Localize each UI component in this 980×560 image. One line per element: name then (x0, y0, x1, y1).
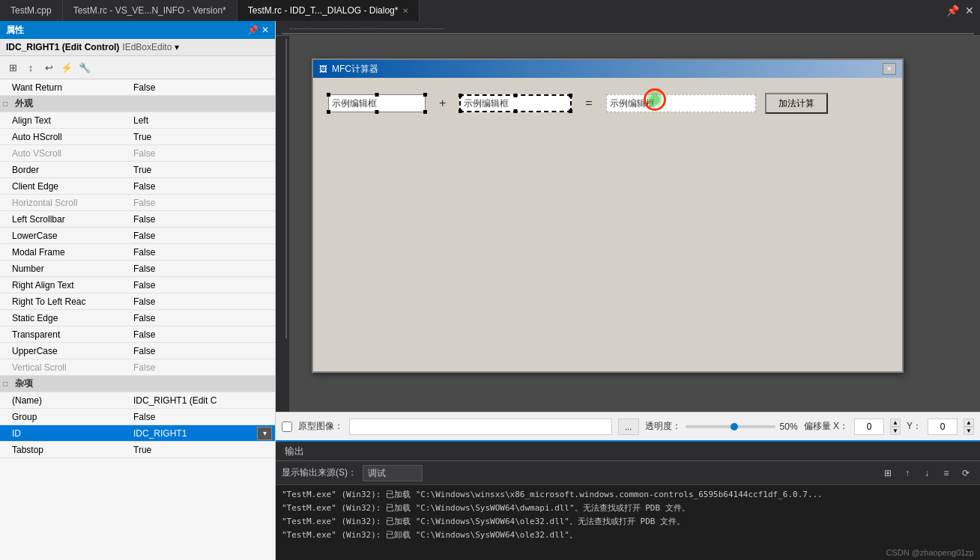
prop-value: False (127, 264, 275, 274)
edit-control-3[interactable]: 示例编辑框 (606, 94, 756, 112)
output-icon-btn-2[interactable]: ↑ (899, 465, 916, 481)
prop-row-transparent[interactable]: TransparentFalse (0, 326, 275, 343)
prop-row-static-edge[interactable]: Static EdgeFalse (0, 310, 275, 326)
close-panel-icon[interactable]: ✕ (965, 4, 974, 16)
edit-control-3-wrapper: 示例编辑框 (606, 94, 756, 112)
prop-value: False (127, 412, 275, 422)
offset-x-input[interactable] (854, 419, 884, 435)
output-icon-btn-5[interactable]: ⟳ (958, 465, 974, 481)
prop-row-want-return[interactable]: Want ReturnFalse (0, 79, 275, 96)
tab-testm-rc-dialog[interactable]: TestM.rc - IDD_T..._DIALOG - Dialog* ✕ (238, 0, 420, 21)
output-panel: 输出 显示输出来源(S)： 调试 ⊞ ↑ ↓ ≡ ⟳ "TestM.exe" (276, 440, 980, 560)
close-tab-icon[interactable]: ✕ (402, 7, 408, 15)
prop-dropdown-btn[interactable]: ▾ (257, 427, 272, 440)
toolbar-icon-refresh[interactable]: ↩ (40, 59, 57, 76)
ruler-svg: ········································… (282, 23, 974, 35)
prop-row-group[interactable]: GroupFalse (0, 409, 275, 425)
toolbar-icon-sort[interactable]: ↕ (22, 59, 39, 76)
prop-value: False (127, 148, 275, 159)
prop-name: Group (0, 412, 127, 422)
output-toolbar: 显示输出来源(S)： 调试 ⊞ ↑ ↓ ≡ ⟳ (276, 461, 980, 485)
group-name: 外观 (10, 97, 138, 110)
pin-icon[interactable]: 📌 (946, 4, 959, 16)
offset-y-down[interactable]: ▼ (964, 427, 974, 435)
prop-row-vertical-scroll[interactable]: Vertical ScrollFalse (0, 359, 275, 376)
prop-row-align-text[interactable]: Align TextLeft (0, 112, 275, 129)
output-icon-btn-4[interactable]: ≡ (938, 465, 955, 481)
offset-y-up[interactable]: ▲ (964, 419, 974, 427)
panel-pin-icon[interactable]: 📌 (247, 25, 258, 35)
transparency-slider-thumb[interactable] (731, 423, 738, 430)
output-icon-btn-1[interactable]: ⊞ (880, 465, 896, 481)
prop-row-modal-frame[interactable]: Modal FrameFalse (0, 244, 275, 261)
prop-value: False (127, 82, 275, 93)
output-icon-btns: ⊞ ↑ ↓ ≡ ⟳ (880, 465, 974, 481)
prop-value: False (127, 214, 275, 225)
edit-control-2[interactable]: 示例编辑框 (459, 94, 572, 112)
output-icon-btn-3[interactable]: ↓ (919, 465, 935, 481)
output-source-select[interactable]: 调试 (363, 465, 423, 481)
transparency-percentage: 50% (780, 421, 798, 432)
offset-x-up[interactable]: ▲ (890, 419, 901, 427)
prop-row-lowercase[interactable]: LowerCaseFalse (0, 228, 275, 244)
group-expand-icon[interactable]: □ (0, 100, 10, 108)
offset-x-down[interactable]: ▼ (890, 427, 901, 435)
prop-row-right-align-text[interactable]: Right Align TextFalse (0, 277, 275, 293)
offset-y-spin: ▲ ▼ (964, 419, 974, 435)
prop-name: Right To Left Reac (0, 296, 127, 307)
tab-testm-cpp[interactable]: TestM.cpp (0, 0, 63, 21)
prop-group-杂项[interactable]: □杂项 (0, 376, 275, 392)
prop-row-id[interactable]: IDIDC_RIGHT1 ▾ (0, 425, 275, 442)
output-line: "TestM.exe" (Win32): 已加载 "C:\Windows\Sys… (282, 515, 974, 529)
design-canvas[interactable]: 🖼 MFC计算器 ✕ 示例编辑框 (289, 36, 980, 412)
panel-close-icon[interactable]: ✕ (261, 25, 269, 35)
mfc-dialog-window: 🖼 MFC计算器 ✕ 示例编辑框 (312, 58, 904, 373)
prop-group-外观[interactable]: □外观 (0, 96, 275, 112)
dialog-body: 示例编辑框 + 示例编辑框 (313, 78, 902, 129)
prop-row-number[interactable]: NumberFalse (0, 261, 275, 277)
prop-row-auto-hscroll[interactable]: Auto HScrollTrue (0, 129, 275, 145)
prop-name: Auto VScroll (0, 148, 127, 159)
prop-row-horizontal-scroll[interactable]: Horizontal ScrollFalse (0, 195, 275, 211)
toolbar-icon-bolt[interactable]: ⚡ (58, 59, 75, 76)
properties-panel: 属性 📌 ✕ IDC_RIGHT1 (Edit Control) IEdBoxE… (0, 21, 276, 560)
prop-name: Want Return (0, 82, 127, 93)
prop-row-tabstop[interactable]: TabstopTrue (0, 442, 275, 458)
prop-value: True (127, 132, 275, 142)
offset-y-input[interactable] (928, 419, 958, 435)
right-panel: ········································… (276, 21, 980, 560)
prop-name: Vertical Scroll (0, 362, 127, 373)
prop-name: Align Text (0, 115, 127, 126)
group-expand-icon[interactable]: □ (0, 380, 10, 388)
prop-row-left-scrollbar[interactable]: Left ScrollbarFalse (0, 211, 275, 228)
tab-testm-rc-version[interactable]: TestM.rc - VS_VE...N_INFO - Version* (63, 0, 238, 21)
toolbar-icon-grid[interactable]: ⊞ (4, 59, 21, 76)
prop-row-border[interactable]: BorderTrue (0, 162, 275, 178)
prototype-label: 原型图像： (298, 420, 343, 433)
prototype-browse-btn[interactable]: ... (618, 419, 639, 435)
prop-row-uppercase[interactable]: UpperCaseFalse (0, 343, 275, 359)
top-ruler: ········································… (276, 21, 980, 36)
calc-button[interactable]: 加法计算 (765, 93, 828, 114)
edit-control-1[interactable]: 示例编辑框 (328, 94, 426, 112)
dropdown-icon[interactable]: ▾ (175, 42, 179, 52)
prop-value: False (127, 280, 275, 290)
prop-row-(name)[interactable]: (Name)IDC_RIGHT1 (Edit C (0, 392, 275, 409)
prop-row-auto-vscroll[interactable]: Auto VScrollFalse (0, 145, 275, 162)
prop-value: True (127, 165, 275, 175)
output-line: "TestM.exe" (Win32): 已加载 "C:\Windows\win… (282, 488, 974, 502)
transparency-area: 透明度： 50% (645, 420, 798, 433)
prop-row-right-to-left-reac[interactable]: Right To Left ReacFalse (0, 293, 275, 310)
prop-value: IDC_RIGHT1 (Edit C (127, 395, 275, 406)
prop-value: False (127, 362, 275, 373)
prototype-checkbox[interactable] (282, 421, 292, 432)
dialog-close-btn[interactable]: ✕ (883, 63, 896, 75)
transparency-slider-track[interactable] (686, 425, 775, 428)
prototype-input[interactable] (349, 419, 612, 435)
prop-name: Number (0, 264, 127, 274)
prop-value: False (127, 346, 275, 356)
offset-y-label: Y： (907, 420, 922, 433)
prop-row-client-edge[interactable]: Client EdgeFalse (0, 178, 275, 195)
main-content: 属性 📌 ✕ IDC_RIGHT1 (Edit Control) IEdBoxE… (0, 21, 980, 560)
toolbar-icon-wrench[interactable]: 🔧 (76, 59, 93, 76)
